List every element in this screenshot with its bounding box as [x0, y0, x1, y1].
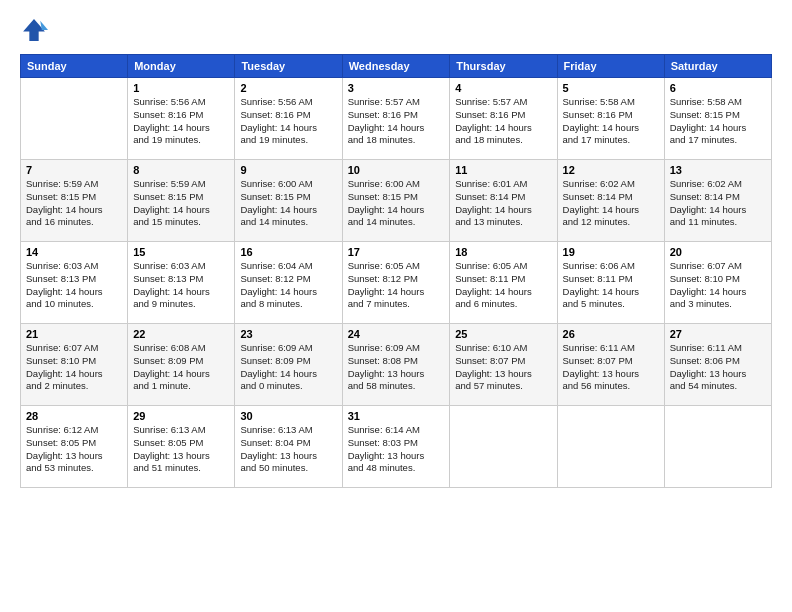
calendar-cell: 2Sunrise: 5:56 AM Sunset: 8:16 PM Daylig… [235, 78, 342, 160]
calendar-cell: 11Sunrise: 6:01 AM Sunset: 8:14 PM Dayli… [450, 160, 557, 242]
day-info: Sunrise: 6:07 AM Sunset: 8:10 PM Dayligh… [670, 260, 766, 311]
day-number: 30 [240, 410, 336, 422]
day-number: 5 [563, 82, 659, 94]
day-info: Sunrise: 6:12 AM Sunset: 8:05 PM Dayligh… [26, 424, 122, 475]
day-number: 16 [240, 246, 336, 258]
day-info: Sunrise: 6:01 AM Sunset: 8:14 PM Dayligh… [455, 178, 551, 229]
calendar-cell: 30Sunrise: 6:13 AM Sunset: 8:04 PM Dayli… [235, 406, 342, 488]
day-number: 28 [26, 410, 122, 422]
day-info: Sunrise: 6:10 AM Sunset: 8:07 PM Dayligh… [455, 342, 551, 393]
day-info: Sunrise: 6:13 AM Sunset: 8:04 PM Dayligh… [240, 424, 336, 475]
day-info: Sunrise: 6:02 AM Sunset: 8:14 PM Dayligh… [670, 178, 766, 229]
page: SundayMondayTuesdayWednesdayThursdayFrid… [0, 0, 792, 498]
day-number: 21 [26, 328, 122, 340]
day-info: Sunrise: 5:59 AM Sunset: 8:15 PM Dayligh… [133, 178, 229, 229]
calendar-cell: 13Sunrise: 6:02 AM Sunset: 8:14 PM Dayli… [664, 160, 771, 242]
day-info: Sunrise: 5:59 AM Sunset: 8:15 PM Dayligh… [26, 178, 122, 229]
day-number: 23 [240, 328, 336, 340]
calendar-cell: 24Sunrise: 6:09 AM Sunset: 8:08 PM Dayli… [342, 324, 450, 406]
day-info: Sunrise: 6:05 AM Sunset: 8:11 PM Dayligh… [455, 260, 551, 311]
calendar-cell [557, 406, 664, 488]
day-number: 6 [670, 82, 766, 94]
calendar-cell: 27Sunrise: 6:11 AM Sunset: 8:06 PM Dayli… [664, 324, 771, 406]
day-number: 1 [133, 82, 229, 94]
week-row-1: 7Sunrise: 5:59 AM Sunset: 8:15 PM Daylig… [21, 160, 772, 242]
calendar-cell [21, 78, 128, 160]
calendar-cell: 22Sunrise: 6:08 AM Sunset: 8:09 PM Dayli… [128, 324, 235, 406]
header-row: SundayMondayTuesdayWednesdayThursdayFrid… [21, 55, 772, 78]
calendar-table: SundayMondayTuesdayWednesdayThursdayFrid… [20, 54, 772, 488]
day-info: Sunrise: 6:07 AM Sunset: 8:10 PM Dayligh… [26, 342, 122, 393]
day-number: 17 [348, 246, 445, 258]
day-info: Sunrise: 6:09 AM Sunset: 8:08 PM Dayligh… [348, 342, 445, 393]
calendar-cell: 26Sunrise: 6:11 AM Sunset: 8:07 PM Dayli… [557, 324, 664, 406]
day-info: Sunrise: 6:03 AM Sunset: 8:13 PM Dayligh… [133, 260, 229, 311]
day-info: Sunrise: 5:56 AM Sunset: 8:16 PM Dayligh… [240, 96, 336, 147]
day-info: Sunrise: 6:05 AM Sunset: 8:12 PM Dayligh… [348, 260, 445, 311]
day-number: 11 [455, 164, 551, 176]
week-row-2: 14Sunrise: 6:03 AM Sunset: 8:13 PM Dayli… [21, 242, 772, 324]
calendar-cell: 10Sunrise: 6:00 AM Sunset: 8:15 PM Dayli… [342, 160, 450, 242]
calendar-cell: 31Sunrise: 6:14 AM Sunset: 8:03 PM Dayli… [342, 406, 450, 488]
weekday-header-saturday: Saturday [664, 55, 771, 78]
day-number: 22 [133, 328, 229, 340]
day-info: Sunrise: 6:02 AM Sunset: 8:14 PM Dayligh… [563, 178, 659, 229]
calendar-cell: 8Sunrise: 5:59 AM Sunset: 8:15 PM Daylig… [128, 160, 235, 242]
day-number: 29 [133, 410, 229, 422]
calendar-cell: 21Sunrise: 6:07 AM Sunset: 8:10 PM Dayli… [21, 324, 128, 406]
weekday-header-wednesday: Wednesday [342, 55, 450, 78]
week-row-4: 28Sunrise: 6:12 AM Sunset: 8:05 PM Dayli… [21, 406, 772, 488]
day-number: 4 [455, 82, 551, 94]
calendar-cell: 9Sunrise: 6:00 AM Sunset: 8:15 PM Daylig… [235, 160, 342, 242]
day-number: 13 [670, 164, 766, 176]
day-number: 8 [133, 164, 229, 176]
day-number: 18 [455, 246, 551, 258]
day-info: Sunrise: 6:06 AM Sunset: 8:11 PM Dayligh… [563, 260, 659, 311]
calendar-cell: 1Sunrise: 5:56 AM Sunset: 8:16 PM Daylig… [128, 78, 235, 160]
day-info: Sunrise: 6:09 AM Sunset: 8:09 PM Dayligh… [240, 342, 336, 393]
day-info: Sunrise: 6:03 AM Sunset: 8:13 PM Dayligh… [26, 260, 122, 311]
calendar-cell: 12Sunrise: 6:02 AM Sunset: 8:14 PM Dayli… [557, 160, 664, 242]
day-info: Sunrise: 5:57 AM Sunset: 8:16 PM Dayligh… [348, 96, 445, 147]
week-row-0: 1Sunrise: 5:56 AM Sunset: 8:16 PM Daylig… [21, 78, 772, 160]
calendar-cell [450, 406, 557, 488]
calendar-cell: 4Sunrise: 5:57 AM Sunset: 8:16 PM Daylig… [450, 78, 557, 160]
day-number: 31 [348, 410, 445, 422]
day-number: 27 [670, 328, 766, 340]
weekday-header-thursday: Thursday [450, 55, 557, 78]
weekday-header-tuesday: Tuesday [235, 55, 342, 78]
day-info: Sunrise: 6:11 AM Sunset: 8:07 PM Dayligh… [563, 342, 659, 393]
calendar-cell: 20Sunrise: 6:07 AM Sunset: 8:10 PM Dayli… [664, 242, 771, 324]
calendar-cell: 25Sunrise: 6:10 AM Sunset: 8:07 PM Dayli… [450, 324, 557, 406]
day-number: 10 [348, 164, 445, 176]
day-info: Sunrise: 6:00 AM Sunset: 8:15 PM Dayligh… [240, 178, 336, 229]
day-info: Sunrise: 6:00 AM Sunset: 8:15 PM Dayligh… [348, 178, 445, 229]
day-info: Sunrise: 6:08 AM Sunset: 8:09 PM Dayligh… [133, 342, 229, 393]
day-info: Sunrise: 5:58 AM Sunset: 8:15 PM Dayligh… [670, 96, 766, 147]
day-number: 7 [26, 164, 122, 176]
day-number: 19 [563, 246, 659, 258]
header-area [20, 16, 772, 44]
weekday-header-monday: Monday [128, 55, 235, 78]
day-info: Sunrise: 5:57 AM Sunset: 8:16 PM Dayligh… [455, 96, 551, 147]
calendar-cell: 28Sunrise: 6:12 AM Sunset: 8:05 PM Dayli… [21, 406, 128, 488]
weekday-header-friday: Friday [557, 55, 664, 78]
logo-icon [20, 16, 48, 44]
day-info: Sunrise: 6:04 AM Sunset: 8:12 PM Dayligh… [240, 260, 336, 311]
calendar-cell: 18Sunrise: 6:05 AM Sunset: 8:11 PM Dayli… [450, 242, 557, 324]
calendar-cell [664, 406, 771, 488]
calendar-cell: 29Sunrise: 6:13 AM Sunset: 8:05 PM Dayli… [128, 406, 235, 488]
day-number: 26 [563, 328, 659, 340]
day-number: 24 [348, 328, 445, 340]
calendar-cell: 3Sunrise: 5:57 AM Sunset: 8:16 PM Daylig… [342, 78, 450, 160]
day-number: 14 [26, 246, 122, 258]
calendar-cell: 5Sunrise: 5:58 AM Sunset: 8:16 PM Daylig… [557, 78, 664, 160]
day-number: 15 [133, 246, 229, 258]
logo [20, 16, 52, 44]
day-number: 12 [563, 164, 659, 176]
day-info: Sunrise: 6:14 AM Sunset: 8:03 PM Dayligh… [348, 424, 445, 475]
day-number: 2 [240, 82, 336, 94]
calendar-cell: 15Sunrise: 6:03 AM Sunset: 8:13 PM Dayli… [128, 242, 235, 324]
day-number: 20 [670, 246, 766, 258]
calendar-cell: 23Sunrise: 6:09 AM Sunset: 8:09 PM Dayli… [235, 324, 342, 406]
